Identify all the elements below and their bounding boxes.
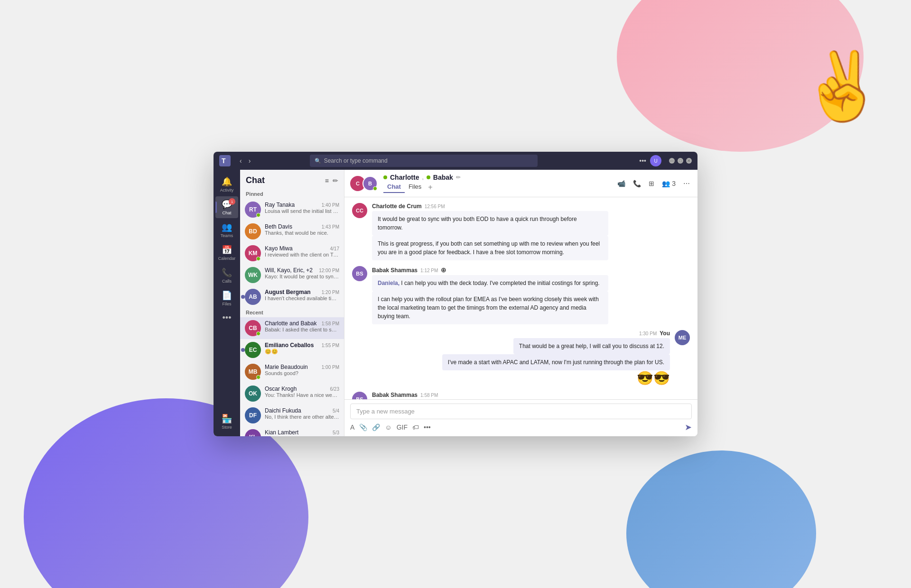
chat-item-content: Emiliano Ceballos1:55 PM😊😊 [265,342,339,355]
sidebar-item-files[interactable]: 📄 Files [215,287,238,309]
nav-forward-button[interactable]: › [246,156,253,165]
message-bubble: That would be a great help, I will call … [513,338,670,354]
messages-area[interactable]: CCCharlotte de Crum12:56 PMIt would be g… [344,197,697,399]
active-indicator [215,202,217,213]
chat-item-top: Oscar Krogh6/23 [265,386,339,392]
list-item[interactable]: ECEmiliano Ceballos1:55 PM😊😊 [240,339,344,361]
chat-item-preview: Kayo: It would be great to sync with... [265,274,339,279]
audio-call-button[interactable]: 📞 [631,178,643,189]
recent-list: CBCharlotte and Babak1:58 PMBabak: I ask… [240,317,344,436]
chat-item-preview: I reviewed with the client on Tuesda... [265,252,339,257]
link-button[interactable]: 🔗 [372,423,380,431]
message-sender: Babak Shammas [372,392,418,398]
sidebar-item-calls[interactable]: 📞 Calls [215,265,238,286]
edit-chat-name-icon[interactable]: ✏ [456,174,461,181]
tab-chat[interactable]: Chat [383,181,405,193]
chat-item-top: Beth Davis1:43 PM [265,223,339,230]
message-input[interactable]: Type a new message [350,404,692,419]
chat-item-top: Charlotte and Babak1:58 PM [265,320,339,327]
emoji-button[interactable]: ☺ [385,423,391,431]
format-button[interactable]: A [350,423,354,431]
online-indicator [256,331,260,336]
files-label: Files [222,302,231,306]
titlebar-more-button[interactable]: ••• [639,157,646,165]
message-bubble: This is great progress, if you both can … [372,236,608,260]
list-item[interactable]: DFDaichi Fukuda5/4No, I think there are … [240,404,344,426]
chat-item-time: 5/4 [333,408,339,413]
message-bubble: It would be great to sync with you both … [372,211,608,236]
search-placeholder-text: Search or type command [324,157,388,164]
more-options-button[interactable]: ⋯ [681,178,692,189]
compose-button[interactable]: ✏ [333,177,338,184]
sidebar-item-calendar[interactable]: 📅 Calendar [215,242,238,264]
chat-item-name: Charlotte and Babak [265,320,316,327]
user-avatar[interactable]: U [650,155,661,166]
chat-item-name: Oscar Krogh [265,386,297,392]
more-tools-button[interactable]: ••• [424,423,431,431]
avatar-wrap: CB [245,320,261,336]
tab-files[interactable]: Files [405,181,425,193]
chat-item-name: Will, Kayo, Eric, +2 [265,267,313,274]
message-content: Charlotte de Crum12:56 PMIt would be gre… [372,203,608,260]
screen-share-button[interactable]: ⊞ [647,178,656,189]
people-button[interactable]: 👥 3 [660,178,678,189]
sidebar-item-store[interactable]: 🏪 Store [215,411,238,432]
list-item[interactable]: KLKian Lambert5/3Have you ran this by Be… [240,426,344,436]
nav-back-button[interactable]: ‹ [237,156,244,165]
chat-header-tabs: Chat Files + [383,181,612,193]
search-bar[interactable]: 🔍 Search or type command [310,155,538,167]
close-button[interactable]: ✕ [686,158,692,164]
chat-item-top: Ray Tanaka1:40 PM [265,202,339,208]
list-item[interactable]: ABAugust Bergman1:20 PMI haven't checked… [240,286,344,308]
sidebar-item-chat[interactable]: 💬 Chat 1 [215,196,238,218]
sticker-button[interactable]: 🏷 [412,423,419,431]
chat-item-content: Oscar Krogh6/23You: Thanks! Have a nice … [265,386,339,398]
chat-list-title: Chat [246,175,265,185]
filter-button[interactable]: ≡ [325,177,329,184]
chat-item-preview: Thanks, that would be nice. [265,230,339,236]
avatar-wrap: WK [245,267,261,283]
message-input-area: Type a new message A 📎 🔗 ☺ GIF 🏷 ••• ➤ [344,399,697,436]
maximize-button[interactable]: □ [678,158,683,164]
list-item[interactable]: KMKayo Miwa4/17I reviewed with the clien… [240,242,344,264]
minimize-button[interactable]: — [669,158,675,164]
sidebar-item-more[interactable]: ••• [215,310,238,326]
header-online-dot [373,186,377,191]
chat-item-name: Kayo Miwa [265,245,293,252]
avatar: WK [245,267,261,283]
activity-label: Activity [220,188,234,193]
sidebar-item-activity[interactable]: 🔔 Activity [215,174,238,195]
message-row: BSBabak Shammas1:58 PMThat's great. I wi… [352,392,690,399]
sidebar-item-teams[interactable]: 👥 Teams [215,219,238,241]
message-meta: Babak Shammas1:12 PM⊕ [372,266,608,274]
list-item[interactable]: OKOscar Krogh6/23You: Thanks! Have a nic… [240,383,344,404]
chat-list-header: Chat ≡ ✏ [240,170,344,189]
teams-icon: 👥 [222,222,232,232]
send-button[interactable]: ➤ [685,422,692,432]
avatar-wrap: AB [245,289,261,305]
chat-item-top: Kian Lambert5/3 [265,429,339,436]
video-call-button[interactable]: 📹 [615,178,627,189]
chat-header: C B Charlotte , Babak ✏ [344,170,697,197]
list-item[interactable]: CBCharlotte and Babak1:58 PMBabak: I ask… [240,317,344,339]
chat-item-time: 4/17 [330,246,339,251]
chat-item-preview: You: Thanks! Have a nice weekend [265,392,339,398]
message-row: BSBabak Shammas1:12 PM⊕Daniela, I can he… [352,266,690,324]
avatar-wrap: OK [245,386,261,402]
attach-button[interactable]: 📎 [359,423,367,431]
list-item[interactable]: MBMarie Beaudouin1:00 PMSounds good? [240,361,344,383]
reaction-icon[interactable]: ⊕ [441,266,446,274]
list-item[interactable]: RTRay Tanaka1:40 PMLouisa will send the … [240,199,344,220]
message-time: 1:30 PM [639,331,657,336]
list-item[interactable]: BDBeth Davis1:43 PMThanks, that would be… [240,220,344,242]
avatar-wrap: DF [245,407,261,423]
unread-dot [241,295,245,299]
separator: , [422,174,423,181]
chat-item-time: 5/3 [333,430,339,435]
add-tab-button[interactable]: + [425,182,435,193]
chat-item-top: Will, Kayo, Eric, +212:00 PM [265,267,339,274]
avatar: DF [245,407,261,423]
list-item[interactable]: WKWill, Kayo, Eric, +212:00 PMKayo: It w… [240,264,344,286]
giphy-button[interactable]: GIF [397,423,408,431]
title-bar-controls: ••• U — □ ✕ [639,155,692,166]
